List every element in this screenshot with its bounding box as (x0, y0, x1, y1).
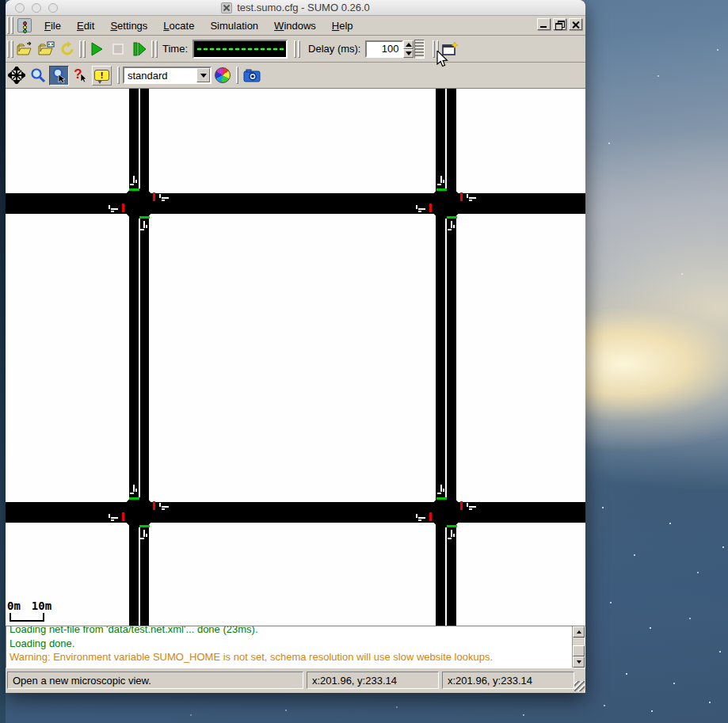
delay-input[interactable] (365, 40, 403, 58)
open-config-icon (16, 41, 33, 57)
toolbar-grip[interactable] (433, 40, 435, 58)
log-lines: Loading net-file from 'data/test.net.xml… (10, 626, 570, 664)
menubar-grip[interactable] (7, 17, 10, 34)
coloring-scheme-combobox[interactable]: standard (123, 67, 212, 84)
lcd-dash-segment (242, 48, 246, 50)
help-cursor-icon: ? (74, 67, 82, 82)
delay-dial[interactable] (414, 40, 425, 59)
step-button[interactable] (129, 39, 149, 59)
menu-item-simulation[interactable]: Simulation (202, 17, 266, 34)
menu-item-locate[interactable]: Locate (155, 17, 202, 34)
titlebar[interactable]: test.sumo.cfg - SUMO 0.26.0 (6, 0, 585, 16)
titlebar-traffic-lights[interactable] (15, 3, 58, 13)
lane-arrow-marking (415, 514, 425, 521)
edit-coloring-button[interactable] (212, 66, 232, 86)
toolbar-grip[interactable] (117, 67, 120, 84)
lane-arrow-marking (158, 503, 169, 510)
toolbar-grip[interactable] (11, 40, 13, 58)
lcd-dash-segment (235, 48, 239, 50)
lane-divider (139, 89, 140, 626)
road-vertical (129, 89, 149, 626)
traffic-light-red (153, 501, 155, 510)
run-button[interactable] (86, 39, 106, 59)
time-display (192, 40, 288, 59)
open-network-icon (37, 41, 55, 57)
traffic-light-red (122, 204, 124, 212)
restore-button[interactable] (553, 18, 566, 30)
close-button[interactable] (569, 18, 582, 30)
zoom-circle-icon[interactable] (48, 3, 58, 13)
traffic-light-green (139, 216, 150, 219)
lane-arrow-marking (437, 176, 444, 186)
open-network-button[interactable] (36, 39, 55, 59)
play-icon (90, 42, 104, 56)
minimize-button[interactable] (537, 18, 551, 30)
spinner-down-button[interactable] (403, 49, 414, 58)
spinner-up-button[interactable] (403, 40, 414, 49)
menu-item-help[interactable]: Help (324, 17, 361, 34)
zoom-cursor-icon (51, 67, 67, 83)
menubar-grip[interactable] (11, 17, 13, 34)
scroll-down-button[interactable] (573, 656, 585, 668)
toolbar-grip[interactable] (298, 40, 300, 58)
locate-help-button[interactable]: ? (71, 66, 90, 86)
traffic-light-green (129, 497, 139, 500)
traffic-light-green (447, 525, 457, 527)
toolbar-grip[interactable] (7, 40, 10, 58)
menu-item-file[interactable]: File (36, 17, 69, 34)
recenter-button[interactable] (6, 66, 26, 86)
resize-grip[interactable] (574, 681, 585, 691)
time-label: Time: (162, 43, 188, 55)
lcd-dash-segment (229, 48, 233, 50)
chevron-down-icon[interactable] (196, 68, 210, 82)
toolbar-grip[interactable] (236, 67, 238, 84)
toolbar-grip[interactable] (83, 40, 86, 58)
lane-arrow-marking (415, 205, 425, 212)
mouse-cursor (436, 51, 448, 68)
menubar: FileEditSettingsLocateSimulationWindowsH… (6, 16, 585, 36)
toolbar-grip[interactable] (155, 40, 158, 58)
reload-button[interactable] (57, 39, 77, 59)
close-circle-icon[interactable] (15, 3, 25, 13)
lane-arrow-marking (158, 194, 169, 201)
delay-spinner (403, 40, 414, 58)
desktop-left-edge (0, 0, 6, 723)
statusbar: Open a new microscopic view. x:201.96, y… (6, 668, 585, 692)
menu-item-settings[interactable]: Settings (102, 17, 155, 34)
traffic-light-red (460, 192, 463, 201)
junction-shape (123, 497, 154, 527)
tooltip-toggle-button[interactable]: ! (92, 66, 112, 86)
junction (123, 188, 154, 219)
scroll-thumb[interactable] (573, 645, 585, 656)
minimize-circle-icon[interactable] (32, 3, 41, 13)
lcd-dash-segment (267, 48, 271, 50)
network-canvas[interactable]: 0m 10m (6, 89, 585, 626)
scroll-up-button[interactable] (573, 626, 585, 637)
menu-item-edit[interactable]: Edit (69, 17, 102, 34)
log-scrollbar[interactable] (572, 626, 585, 668)
lcd-dash-segment (261, 48, 265, 50)
traffic-light-red (122, 512, 124, 521)
open-config-button[interactable] (14, 39, 34, 59)
toolbar-grip[interactable] (151, 40, 154, 58)
window-title: test.sumo.cfg - SUMO 0.26.0 (237, 2, 370, 13)
zoom-cursor-button[interactable] (49, 66, 69, 86)
menu-item-windows[interactable]: Windows (266, 17, 324, 34)
screenshot-button[interactable] (242, 66, 261, 86)
junction-shape (123, 188, 154, 219)
lcd-dash-segment (197, 48, 201, 50)
message-log[interactable]: Loading net-file from 'data/test.net.xml… (6, 626, 585, 668)
toolbar-grip[interactable] (79, 40, 82, 58)
zoom-extent-button[interactable] (28, 66, 48, 86)
junction (123, 497, 154, 527)
toolbar-grip[interactable] (294, 40, 296, 58)
view-toolbar: ? ! standard (6, 63, 585, 89)
color-wheel-icon (215, 67, 231, 83)
lcd-dash-segment (248, 48, 252, 50)
junction (430, 188, 462, 219)
scale-zero-label: 0m (7, 599, 21, 612)
lane-arrow-marking (130, 485, 137, 495)
sumo-window: test.sumo.cfg - SUMO 0.26.0 FileEditSett… (6, 0, 585, 693)
stop-button[interactable] (108, 39, 128, 59)
traffic-light-green (436, 188, 447, 191)
